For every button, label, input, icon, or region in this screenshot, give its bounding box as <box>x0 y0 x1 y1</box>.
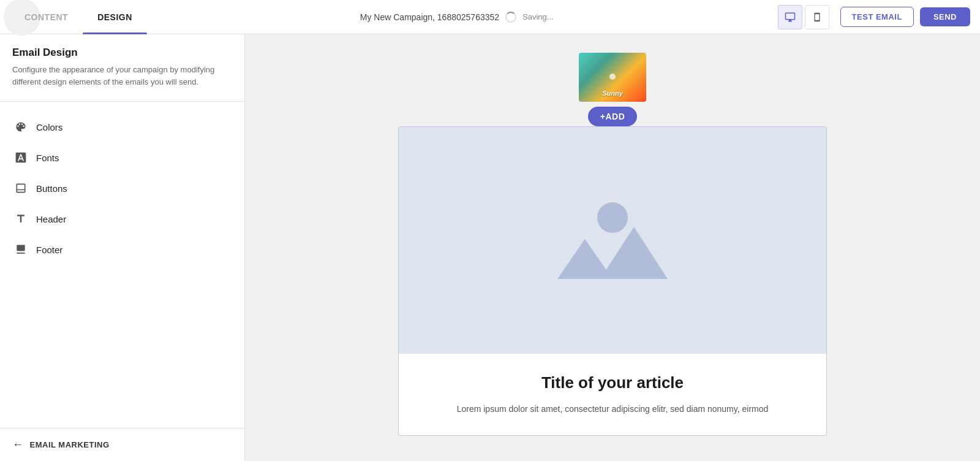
top-nav: CONTENT DESIGN My New Campaign, 16880257… <box>0 0 980 34</box>
header-icon <box>14 212 28 226</box>
placeholder-mountain-right <box>600 227 668 279</box>
image-placeholder-icon <box>557 202 668 279</box>
saving-text: Saving... <box>522 12 554 21</box>
font-icon <box>14 151 28 164</box>
tab-design[interactable]: DESIGN <box>83 0 147 34</box>
campaign-title: My New Campaign, 1688025763352 <box>360 12 499 22</box>
back-to-email-marketing[interactable]: ← EMAIL MARKETING <box>0 428 244 461</box>
sidebar-divider <box>0 101 244 102</box>
sidebar-item-fonts[interactable]: Fonts <box>0 142 244 173</box>
sidebar-item-footer-label: Footer <box>36 245 62 255</box>
email-banner: Sunny <box>579 53 646 102</box>
saving-spinner <box>505 12 516 23</box>
content-area: Sunny +ADD <box>245 34 980 461</box>
sidebar-item-fonts-label: Fonts <box>36 153 59 163</box>
add-button[interactable]: +ADD <box>588 107 638 126</box>
sidebar-item-colors[interactable]: Colors <box>0 112 244 142</box>
palette-icon <box>14 120 28 134</box>
mobile-view-btn[interactable] <box>805 5 829 29</box>
sidebar-item-colors-label: Colors <box>36 122 62 132</box>
email-preview: Sunny +ADD <box>398 34 827 436</box>
test-email-button[interactable]: TEST EMAIL <box>840 7 914 27</box>
sidebar-header: Email Design Configure the appearance of… <box>0 34 244 94</box>
sidebar-item-header[interactable]: Header <box>0 204 244 234</box>
banner-gradient: Sunny <box>579 53 646 102</box>
sidebar-title: Email Design <box>12 47 232 59</box>
main-layout: Email Design Configure the appearance of… <box>0 34 980 461</box>
footer-icon <box>14 243 28 256</box>
desktop-view-btn[interactable] <box>778 5 802 29</box>
add-btn-container: +ADD <box>588 107 638 126</box>
sidebar-item-buttons[interactable]: Buttons <box>0 173 244 204</box>
tab-content[interactable]: CONTENT <box>10 7 83 27</box>
banner-dot <box>609 74 616 80</box>
article-title: Title of your article <box>428 373 797 392</box>
placeholder-mountains <box>557 227 668 279</box>
article-body: Lorem ipsum dolor sit amet, consectetur … <box>428 402 797 416</box>
view-toggle-group <box>777 5 831 29</box>
button-icon <box>14 181 28 195</box>
sidebar-item-footer[interactable]: Footer <box>0 234 244 265</box>
banner-text: Sunny <box>602 90 623 97</box>
sidebar: Email Design Configure the appearance of… <box>0 34 245 461</box>
sidebar-menu: Colors Fonts Buttons <box>0 109 244 267</box>
image-placeholder <box>399 127 826 354</box>
sidebar-item-buttons-label: Buttons <box>36 183 67 194</box>
back-label: EMAIL MARKETING <box>30 440 110 449</box>
campaign-name-area: My New Campaign, 1688025763352 Saving... <box>147 12 767 23</box>
sidebar-desc: Configure the appearance of your campaig… <box>12 64 232 88</box>
nav-actions: TEST EMAIL SEND <box>840 7 970 27</box>
email-article: Title of your article Lorem ipsum dolor … <box>399 354 826 435</box>
tab-group: CONTENT DESIGN <box>10 0 147 34</box>
sidebar-item-header-label: Header <box>36 214 66 224</box>
back-arrow-icon: ← <box>12 438 24 451</box>
email-body: Title of your article Lorem ipsum dolor … <box>398 126 827 436</box>
send-button[interactable]: SEND <box>920 7 970 26</box>
